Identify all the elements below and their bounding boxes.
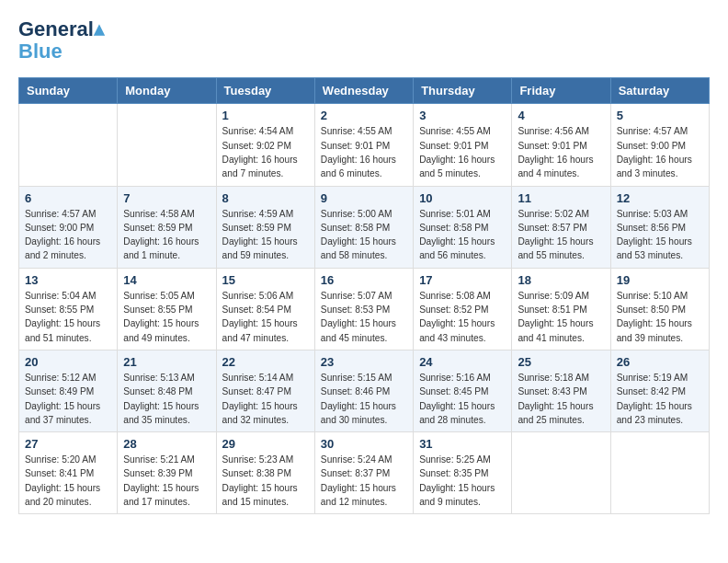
calendar-week-row: 13Sunrise: 5:04 AM Sunset: 8:55 PM Dayli… xyxy=(19,268,710,350)
calendar-cell: 24Sunrise: 5:16 AM Sunset: 8:45 PM Dayli… xyxy=(414,350,512,431)
weekday-header-row: SundayMondayTuesdayWednesdayThursdayFrid… xyxy=(19,78,710,104)
calendar-cell: 4Sunrise: 4:56 AM Sunset: 9:01 PM Daylig… xyxy=(512,104,610,186)
day-number: 15 xyxy=(222,273,309,287)
day-number: 30 xyxy=(321,437,407,451)
calendar-cell: 27Sunrise: 5:20 AM Sunset: 8:41 PM Dayli… xyxy=(19,432,118,514)
day-info: Sunrise: 5:20 AM Sunset: 8:41 PM Dayligh… xyxy=(25,453,111,509)
day-info: Sunrise: 5:08 AM Sunset: 8:52 PM Dayligh… xyxy=(419,289,506,345)
day-number: 3 xyxy=(419,109,506,122)
calendar-cell: 17Sunrise: 5:08 AM Sunset: 8:52 PM Dayli… xyxy=(414,268,512,350)
day-info: Sunrise: 5:13 AM Sunset: 8:48 PM Dayligh… xyxy=(123,371,210,427)
day-info: Sunrise: 4:54 AM Sunset: 9:02 PM Dayligh… xyxy=(222,124,309,180)
day-number: 5 xyxy=(617,109,703,122)
day-number: 21 xyxy=(123,355,210,369)
day-info: Sunrise: 5:04 AM Sunset: 8:55 PM Dayligh… xyxy=(25,289,111,345)
day-info: Sunrise: 4:56 AM Sunset: 9:01 PM Dayligh… xyxy=(518,124,604,180)
day-info: Sunrise: 5:18 AM Sunset: 8:43 PM Dayligh… xyxy=(518,371,604,427)
calendar-cell: 7Sunrise: 4:58 AM Sunset: 8:59 PM Daylig… xyxy=(118,186,216,268)
day-number: 23 xyxy=(321,355,407,369)
day-number: 14 xyxy=(123,273,210,287)
calendar-cell: 3Sunrise: 4:55 AM Sunset: 9:01 PM Daylig… xyxy=(414,104,512,186)
calendar-cell: 22Sunrise: 5:14 AM Sunset: 8:47 PM Dayli… xyxy=(216,350,314,431)
logo-text: General▴Blue xyxy=(18,18,104,63)
day-number: 1 xyxy=(222,109,309,122)
day-number: 24 xyxy=(419,355,506,369)
day-number: 29 xyxy=(222,437,309,451)
calendar-cell: 30Sunrise: 5:24 AM Sunset: 8:37 PM Dayli… xyxy=(314,432,413,514)
calendar-cell: 16Sunrise: 5:07 AM Sunset: 8:53 PM Dayli… xyxy=(314,268,413,350)
calendar-cell: 20Sunrise: 5:12 AM Sunset: 8:49 PM Dayli… xyxy=(19,350,118,431)
calendar-week-row: 20Sunrise: 5:12 AM Sunset: 8:49 PM Dayli… xyxy=(19,350,710,431)
day-info: Sunrise: 4:57 AM Sunset: 9:00 PM Dayligh… xyxy=(617,124,703,180)
page-header: General▴Blue xyxy=(18,18,710,63)
calendar-cell: 11Sunrise: 5:02 AM Sunset: 8:57 PM Dayli… xyxy=(512,186,610,268)
calendar-cell: 10Sunrise: 5:01 AM Sunset: 8:58 PM Dayli… xyxy=(414,186,512,268)
day-number: 27 xyxy=(25,437,111,451)
calendar-cell: 19Sunrise: 5:10 AM Sunset: 8:50 PM Dayli… xyxy=(610,268,709,350)
day-number: 2 xyxy=(321,109,407,122)
weekday-header-monday: Monday xyxy=(118,78,216,104)
day-info: Sunrise: 5:03 AM Sunset: 8:56 PM Dayligh… xyxy=(617,207,703,263)
day-number: 26 xyxy=(617,355,703,369)
day-info: Sunrise: 5:12 AM Sunset: 8:49 PM Dayligh… xyxy=(25,371,111,427)
calendar-cell: 12Sunrise: 5:03 AM Sunset: 8:56 PM Dayli… xyxy=(610,186,709,268)
calendar-cell: 13Sunrise: 5:04 AM Sunset: 8:55 PM Dayli… xyxy=(19,268,118,350)
logo: General▴Blue xyxy=(18,18,104,63)
calendar-cell: 25Sunrise: 5:18 AM Sunset: 8:43 PM Dayli… xyxy=(512,350,610,431)
calendar-cell: 26Sunrise: 5:19 AM Sunset: 8:42 PM Dayli… xyxy=(610,350,709,431)
day-number: 19 xyxy=(617,273,703,287)
calendar-cell: 8Sunrise: 4:59 AM Sunset: 8:59 PM Daylig… xyxy=(216,186,314,268)
day-info: Sunrise: 4:57 AM Sunset: 9:00 PM Dayligh… xyxy=(25,207,111,263)
day-number: 18 xyxy=(518,273,604,287)
calendar-cell: 21Sunrise: 5:13 AM Sunset: 8:48 PM Dayli… xyxy=(118,350,216,431)
calendar-cell: 28Sunrise: 5:21 AM Sunset: 8:39 PM Dayli… xyxy=(118,432,216,514)
day-number: 25 xyxy=(518,355,604,369)
day-number: 17 xyxy=(419,273,506,287)
day-info: Sunrise: 5:02 AM Sunset: 8:57 PM Dayligh… xyxy=(518,207,604,263)
weekday-header-friday: Friday xyxy=(512,78,610,104)
day-info: Sunrise: 5:16 AM Sunset: 8:45 PM Dayligh… xyxy=(419,371,506,427)
day-number: 6 xyxy=(25,191,111,205)
calendar-cell: 2Sunrise: 4:55 AM Sunset: 9:01 PM Daylig… xyxy=(314,104,413,186)
day-number: 22 xyxy=(222,355,309,369)
day-info: Sunrise: 5:06 AM Sunset: 8:54 PM Dayligh… xyxy=(222,289,309,345)
day-number: 7 xyxy=(123,191,210,205)
calendar-week-row: 27Sunrise: 5:20 AM Sunset: 8:41 PM Dayli… xyxy=(19,432,710,514)
calendar-cell: 23Sunrise: 5:15 AM Sunset: 8:46 PM Dayli… xyxy=(314,350,413,431)
calendar-cell xyxy=(610,432,709,514)
day-info: Sunrise: 5:15 AM Sunset: 8:46 PM Dayligh… xyxy=(321,371,407,427)
calendar-table: SundayMondayTuesdayWednesdayThursdayFrid… xyxy=(18,77,710,514)
day-number: 16 xyxy=(321,273,407,287)
day-info: Sunrise: 5:24 AM Sunset: 8:37 PM Dayligh… xyxy=(321,453,407,509)
day-number: 31 xyxy=(419,437,506,451)
day-info: Sunrise: 4:55 AM Sunset: 9:01 PM Dayligh… xyxy=(419,124,506,180)
calendar-cell: 6Sunrise: 4:57 AM Sunset: 9:00 PM Daylig… xyxy=(19,186,118,268)
day-info: Sunrise: 5:05 AM Sunset: 8:55 PM Dayligh… xyxy=(123,289,210,345)
day-info: Sunrise: 5:21 AM Sunset: 8:39 PM Dayligh… xyxy=(123,453,210,509)
calendar-cell xyxy=(512,432,610,514)
day-info: Sunrise: 5:10 AM Sunset: 8:50 PM Dayligh… xyxy=(617,289,703,345)
weekday-header-wednesday: Wednesday xyxy=(314,78,413,104)
weekday-header-sunday: Sunday xyxy=(19,78,118,104)
calendar-cell: 18Sunrise: 5:09 AM Sunset: 8:51 PM Dayli… xyxy=(512,268,610,350)
calendar-week-row: 1Sunrise: 4:54 AM Sunset: 9:02 PM Daylig… xyxy=(19,104,710,186)
day-info: Sunrise: 5:01 AM Sunset: 8:58 PM Dayligh… xyxy=(419,207,506,263)
day-number: 10 xyxy=(419,191,506,205)
day-info: Sunrise: 5:19 AM Sunset: 8:42 PM Dayligh… xyxy=(617,371,703,427)
weekday-header-tuesday: Tuesday xyxy=(216,78,314,104)
calendar-cell: 5Sunrise: 4:57 AM Sunset: 9:00 PM Daylig… xyxy=(610,104,709,186)
day-info: Sunrise: 5:09 AM Sunset: 8:51 PM Dayligh… xyxy=(518,289,604,345)
day-info: Sunrise: 5:00 AM Sunset: 8:58 PM Dayligh… xyxy=(321,207,407,263)
day-info: Sunrise: 5:07 AM Sunset: 8:53 PM Dayligh… xyxy=(321,289,407,345)
day-info: Sunrise: 4:59 AM Sunset: 8:59 PM Dayligh… xyxy=(222,207,309,263)
day-number: 8 xyxy=(222,191,309,205)
day-info: Sunrise: 4:55 AM Sunset: 9:01 PM Dayligh… xyxy=(321,124,407,180)
calendar-cell: 31Sunrise: 5:25 AM Sunset: 8:35 PM Dayli… xyxy=(414,432,512,514)
day-info: Sunrise: 5:23 AM Sunset: 8:38 PM Dayligh… xyxy=(222,453,309,509)
weekday-header-thursday: Thursday xyxy=(414,78,512,104)
calendar-cell: 14Sunrise: 5:05 AM Sunset: 8:55 PM Dayli… xyxy=(118,268,216,350)
calendar-cell xyxy=(118,104,216,186)
day-number: 28 xyxy=(123,437,210,451)
day-number: 13 xyxy=(25,273,111,287)
calendar-cell: 29Sunrise: 5:23 AM Sunset: 8:38 PM Dayli… xyxy=(216,432,314,514)
